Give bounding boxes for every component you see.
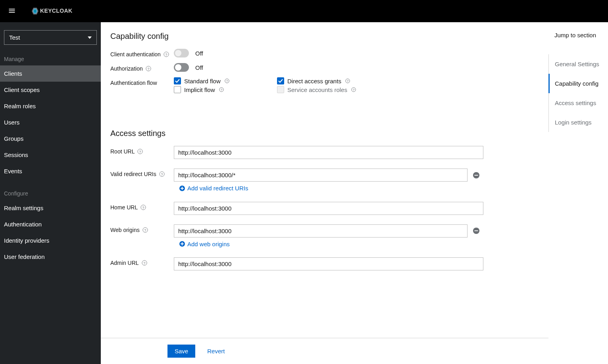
add-web-origin-text: Add web origins: [187, 241, 230, 247]
sidebar-item-events[interactable]: Events: [0, 163, 101, 179]
brand-logo: KEYCLOAK: [32, 6, 87, 16]
help-icon[interactable]: ?: [350, 86, 357, 93]
sidebar-item-groups[interactable]: Groups: [0, 130, 101, 147]
direct-access-checkbox[interactable]: [277, 77, 284, 84]
authorization-value: Off: [195, 64, 203, 71]
svg-text:?: ?: [165, 53, 167, 57]
help-icon[interactable]: ?: [145, 65, 152, 72]
add-web-origin-link[interactable]: Add web origins: [174, 238, 235, 247]
sidebar-item-client-scopes[interactable]: Client scopes: [0, 82, 101, 98]
plus-circle-icon: [179, 241, 185, 247]
service-accounts-label: Service accounts roles: [287, 86, 347, 93]
admin-url-label: Admin URL: [110, 260, 139, 266]
help-icon[interactable]: ?: [142, 227, 148, 233]
svg-text:?: ?: [147, 67, 149, 71]
svg-text:?: ?: [220, 88, 222, 92]
svg-text:?: ?: [144, 228, 146, 232]
service-accounts-checkbox: [277, 86, 284, 93]
sidebar-item-sessions[interactable]: Sessions: [0, 147, 101, 163]
sidebar-item-clients[interactable]: Clients: [0, 65, 101, 82]
jump-access-settings[interactable]: Access settings: [549, 93, 608, 113]
remove-redirect-button[interactable]: [472, 171, 480, 179]
standard-flow-label: Standard flow: [184, 78, 221, 84]
sidebar-item-users[interactable]: Users: [0, 114, 101, 130]
svg-text:?: ?: [143, 261, 145, 265]
help-icon[interactable]: ?: [218, 86, 225, 93]
sidebar-section-configure: Configure: [0, 187, 101, 200]
brand-text: KEYCLOAK: [40, 8, 72, 14]
jump-capability-config[interactable]: Capability config: [549, 74, 608, 93]
sidebar: Test Manage Clients Client scopes Realm …: [0, 22, 101, 364]
svg-text:?: ?: [161, 172, 163, 176]
home-url-label: Home URL: [110, 204, 138, 211]
sidebar-item-realm-settings[interactable]: Realm settings: [0, 200, 101, 216]
authorization-label: Authorization: [110, 65, 143, 72]
realm-selector[interactable]: Test: [4, 30, 97, 45]
add-redirect-link[interactable]: Add valid redirect URIs: [174, 182, 254, 192]
svg-text:?: ?: [142, 205, 144, 209]
web-origins-label: Web origins: [110, 227, 140, 233]
jump-login-settings[interactable]: Login settings: [549, 113, 608, 132]
jump-title: Jump to section: [548, 32, 608, 38]
implicit-flow-checkbox[interactable]: [174, 86, 181, 93]
redirect-uris-label: Valid redirect URIs: [110, 171, 156, 177]
help-icon[interactable]: ?: [344, 78, 351, 84]
svg-rect-27: [475, 230, 478, 231]
help-icon[interactable]: ?: [163, 51, 169, 57]
root-url-input[interactable]: [174, 146, 483, 159]
sidebar-section-manage: Manage: [0, 53, 101, 65]
admin-url-input[interactable]: [174, 257, 483, 270]
help-icon[interactable]: ?: [141, 260, 148, 266]
sidebar-item-identity-providers[interactable]: Identity providers: [0, 232, 101, 249]
revert-button[interactable]: Revert: [207, 348, 225, 354]
standard-flow-checkbox[interactable]: [174, 77, 181, 84]
root-url-label: Root URL: [110, 148, 135, 155]
client-auth-value: Off: [195, 50, 203, 57]
help-icon[interactable]: ?: [137, 148, 143, 155]
app-header: KEYCLOAK: [0, 0, 608, 22]
capability-config-title: Capability config: [110, 32, 539, 41]
web-origins-input[interactable]: [174, 224, 468, 238]
authorization-switch[interactable]: [174, 63, 189, 72]
svg-text:?: ?: [347, 79, 349, 83]
action-footer: Save Revert: [101, 338, 548, 364]
caret-down-icon: [88, 34, 92, 41]
save-button[interactable]: Save: [167, 345, 195, 358]
help-icon[interactable]: ?: [140, 204, 146, 211]
help-icon[interactable]: ?: [224, 78, 230, 84]
redirect-uri-input[interactable]: [174, 169, 468, 182]
help-icon[interactable]: ?: [159, 171, 165, 177]
implicit-flow-label: Implicit flow: [184, 86, 215, 93]
client-auth-label: Client authentication: [110, 51, 161, 57]
svg-text:?: ?: [353, 88, 355, 92]
sidebar-item-user-federation[interactable]: User federation: [0, 249, 101, 265]
sidebar-item-realm-roles[interactable]: Realm roles: [0, 98, 101, 114]
direct-access-label: Direct access grants: [287, 78, 341, 84]
main-content: Capability config Client authentication …: [101, 22, 608, 364]
access-settings-title: Access settings: [110, 129, 539, 138]
realm-name: Test: [9, 34, 20, 41]
client-auth-switch[interactable]: [174, 49, 189, 57]
svg-text:?: ?: [226, 79, 228, 83]
home-url-input[interactable]: [174, 202, 483, 215]
hamburger-icon: [8, 7, 16, 15]
jump-general-settings[interactable]: General Settings: [549, 54, 608, 74]
remove-web-origin-button[interactable]: [472, 227, 480, 235]
menu-toggle-button[interactable]: [8, 7, 16, 16]
svg-text:?: ?: [139, 150, 141, 154]
jump-to-section: Jump to section General Settings Capabil…: [548, 22, 608, 364]
svg-rect-20: [475, 175, 478, 176]
sidebar-item-authentication[interactable]: Authentication: [0, 216, 101, 232]
add-redirect-text: Add valid redirect URIs: [187, 185, 248, 192]
plus-circle-icon: [179, 186, 185, 191]
auth-flow-label: Authentication flow: [110, 80, 157, 86]
